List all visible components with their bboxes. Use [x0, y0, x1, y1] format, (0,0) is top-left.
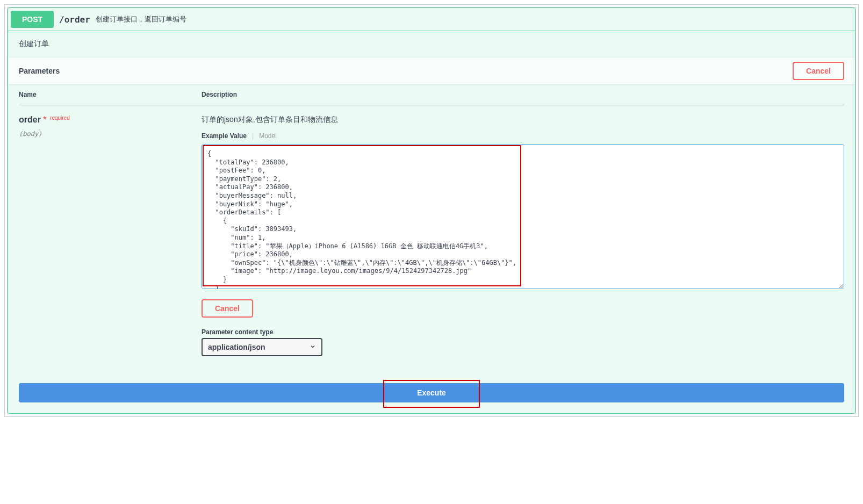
parameters-title: Parameters: [19, 67, 60, 75]
parameters-header: Parameters Cancel: [8, 57, 855, 84]
required-star: *: [43, 115, 46, 124]
method-badge: POST: [11, 11, 54, 28]
param-in: (body): [19, 130, 202, 138]
column-name-header: Name: [19, 84, 202, 105]
parameter-row: order * required (body) 订单的json对象,包含订单条目…: [19, 105, 844, 362]
param-name: order: [19, 115, 41, 124]
content-type-label: Parameter content type: [202, 328, 844, 336]
tab-example-value[interactable]: Example Value: [202, 132, 247, 140]
opblock-description: 创建订单: [8, 31, 855, 57]
required-label: required: [49, 115, 70, 121]
column-description-header: Description: [202, 84, 844, 105]
tab-model[interactable]: Model: [259, 132, 277, 140]
opblock-post: POST /order 创建订单接口，返回订单编号 创建订单 Parameter…: [8, 8, 855, 414]
body-textarea[interactable]: [202, 144, 844, 289]
endpoint-summary: 创建订单接口，返回订单编号: [96, 15, 186, 24]
body-cancel-button[interactable]: Cancel: [202, 299, 253, 318]
content-type-select[interactable]: application/json: [202, 338, 322, 356]
try-it-out-cancel-button[interactable]: Cancel: [793, 62, 844, 80]
execute-button[interactable]: Execute: [19, 383, 844, 402]
param-description: 订单的json对象,包含订单条目和物流信息: [202, 115, 844, 125]
endpoint-path: /order: [59, 15, 90, 25]
opblock-summary[interactable]: POST /order 创建订单接口，返回订单编号: [8, 8, 855, 31]
